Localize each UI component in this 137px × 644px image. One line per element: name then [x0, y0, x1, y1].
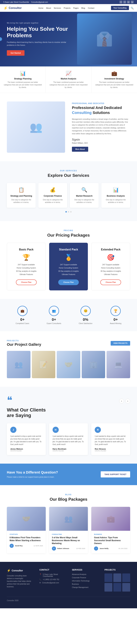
nav-services[interactable]: Services [54, 7, 61, 9]
nav-pages[interactable]: Pages [73, 7, 79, 9]
hero-title: Helping You Solve Your Problems [7, 26, 72, 39]
blog-post-3-avatar: J [94, 546, 98, 550]
blog-post-3[interactable]: 💼 Business Good Advice: Tips From Succes… [91, 507, 130, 553]
project-img-4[interactable]: 🏢 [82, 351, 105, 378]
testimonials-header: ❝ What Our Clients are Saying ‹ › [7, 395, 130, 418]
logo-text: Consultor [9, 6, 22, 10]
instagram-icon[interactable]: in [127, 1, 130, 4]
view-projects-button[interactable]: VIEW PROJECTS [111, 341, 130, 346]
standard-choose-plan[interactable]: Choose Plan [58, 280, 79, 285]
hero-content: We bring the right people together Helpi… [7, 22, 72, 56]
nav-about[interactable]: About [46, 7, 51, 9]
extended-choose-plan[interactable]: Choose Plan [100, 280, 121, 285]
pricing-grid: Basic Pack 🏆 24/7 Support available Home… [7, 243, 130, 290]
top-bar: 5 Swan Lake Street Counthamble Consultor… [0, 0, 137, 4]
blog-post-3-img: 💼 [91, 507, 130, 531]
nav-projects[interactable]: Projects [64, 7, 71, 9]
blog-post-1-meta: D David Roy 12 MAR 2020 [10, 544, 43, 548]
ceo-signature: Signin [72, 138, 130, 142]
service-research-icon: 🔍 [73, 187, 96, 193]
stat-consultants-icon: 👥 [49, 306, 59, 316]
service-finance-icon: 💰 [41, 187, 64, 193]
service-strategy-desc: One way to categorize the activities or … [10, 198, 33, 204]
investment-icon: 💼 [95, 70, 133, 76]
ceo-title: Robert William, CEO [72, 142, 130, 144]
testimonials-title: What Our Clients are Saying [7, 407, 46, 418]
basic-feat-3: 30 Day analytics & insights [11, 270, 42, 272]
project-gallery: 👥 📝 🤝 🏢 💻 [7, 351, 130, 378]
support-ticket-button[interactable]: TAKE SUPPORT TICKET [101, 471, 130, 478]
footer-about-col: ⚡ Consultor Consultor consulting team de… [7, 569, 33, 592]
project-img-3[interactable]: 🤝 [57, 351, 80, 378]
stat-award-number: 0+ [110, 318, 121, 322]
prev-testimonial[interactable]: ‹ [119, 399, 124, 404]
twitter-icon[interactable]: t [119, 1, 122, 4]
footer-contact-col: CONTACT 📍 5 Owen Lake Street Counthamble… [39, 569, 65, 592]
footer-service-4: Business [72, 583, 98, 585]
footer-thumb-1 [104, 574, 112, 582]
footer-projects-col: PROJECTS [104, 569, 130, 592]
project-img-2[interactable]: 📝 [32, 351, 56, 378]
extended-feat-2: Home Consulting System [95, 267, 126, 269]
nav-blog[interactable]: Blog [81, 7, 85, 9]
stat-award: 🏆 0+ Award Winning [110, 306, 121, 324]
cta-section: Have You a Different Question? Please ma… [0, 464, 137, 485]
pricing-extended-title: Extended Pack [95, 248, 126, 251]
service-finance-title: Corporate Finance [41, 195, 64, 197]
nav-contact[interactable]: Contact [88, 7, 94, 9]
about-title: Professional And DedicatedConsulting Sol… [72, 106, 130, 115]
search-button[interactable]: 🔍 [131, 7, 133, 10]
nav-home[interactable]: Home [38, 7, 43, 9]
blog-post-2-meta: R Robert Johnson 10 FEB 2020 [52, 546, 85, 550]
blog-grid: 🤝 Startups 8 Mistakes First-Time Founder… [7, 507, 130, 553]
feature-investment-title: Investment Strategy [95, 78, 133, 80]
address-text: 5 Swan Lake Street Counthamble [4, 1, 29, 3]
services-title: Explore Our Services [7, 173, 130, 178]
cta-title: Have You a Different Question? [7, 470, 58, 474]
google-icon[interactable]: g [131, 1, 133, 4]
blog-post-2-body: Consulting 3 of the Worst Ways Small Bus… [49, 531, 88, 553]
features-row: 📊 Strategy Planning The lower combined p… [0, 66, 137, 93]
scroll-arrow[interactable]: ‹ [0, 37, 2, 41]
get-started-button[interactable]: Get Started [7, 50, 25, 56]
blog-post-3-meta: J Jason Reilly 05 JAN 2020 [94, 546, 127, 550]
nav-actions: Your Consulting 🔍 [111, 6, 133, 10]
service-analysis: 📊 Business Analysis One way to categoriz… [101, 183, 130, 208]
basic-choose-plan[interactable]: Choose Plan [16, 280, 37, 285]
services-dots [7, 211, 130, 212]
about-content: Professional And Dedicated Professional … [72, 102, 130, 152]
project-img-1[interactable]: 👥 [7, 351, 31, 378]
logo: ⚡ Consultor [4, 6, 22, 10]
footer-thumb-5 [113, 583, 121, 592]
more-about-button[interactable]: More About [72, 147, 88, 152]
testimonial-1-text: I just wanted to drop a quick note and l… [10, 435, 42, 446]
footer-thumb-6 [122, 583, 130, 592]
next-testimonial[interactable]: › [125, 399, 130, 404]
consulting-button[interactable]: Your Consulting [111, 6, 129, 10]
nav-links: Home About Services Projects Pages Blog … [38, 7, 94, 9]
services-label: OUR SERVICES [7, 170, 130, 172]
feature-investment-desc: The lower combined purposes we better ca… [95, 81, 133, 89]
pricing-extended-icon: 🎯 [95, 254, 126, 261]
strategy-icon: 📊 [4, 70, 42, 76]
blog-post-2[interactable]: 👥 Consulting 3 of the Worst Ways Small B… [49, 507, 88, 553]
service-analysis-title: Business Analysis [104, 195, 127, 197]
dot-2[interactable] [68, 211, 69, 212]
footer: ⚡ Consultor Consultor consulting team de… [0, 562, 137, 608]
testimonials-section: ❝ What Our Clients are Saying ‹ › J I ju… [0, 387, 137, 464]
blog-post-1-date: 12 MAR 2020 [34, 545, 43, 547]
testimonial-1-avatar: J [10, 427, 17, 433]
testimonial-1-role: CEO/Co-founder [10, 450, 42, 452]
dot-3[interactable] [70, 211, 72, 212]
project-img-5[interactable]: 💻 [106, 351, 130, 378]
dot-1[interactable] [65, 211, 67, 212]
blog-post-1[interactable]: 🤝 Startups 8 Mistakes First-Time Founder… [7, 507, 46, 553]
feature-investment: 💼 Investment Strategy The lower combined… [91, 66, 137, 93]
blog-post-2-title: 3 of the Worst Ways Small Businesses Was… [52, 536, 85, 545]
blog-post-2-author: Robert Johnson [57, 548, 69, 549]
stat-cases-number: 0+ [16, 318, 29, 322]
blog-post-3-title: Good Advice: Tips From Successful Small … [94, 536, 127, 545]
facebook-icon[interactable]: f [123, 1, 126, 4]
pricing-standard-icon: 🏅 [53, 254, 84, 261]
projects-title: Our Project Gallery [7, 342, 41, 347]
